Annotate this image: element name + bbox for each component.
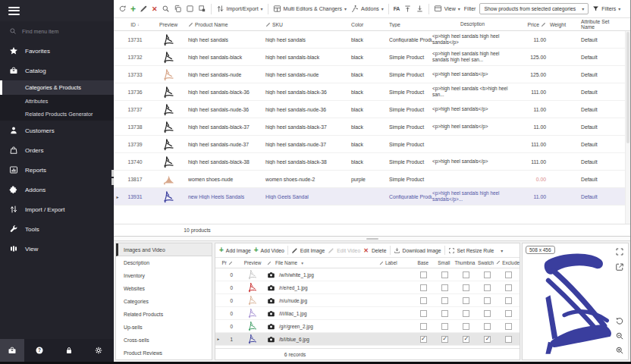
zoom-out-icon[interactable]: [615, 331, 624, 340]
small-checkbox[interactable]: [441, 336, 448, 343]
column-header-file-name[interactable]: File Name▾: [267, 260, 379, 265]
base-checkbox[interactable]: [420, 323, 427, 330]
thumbnail-checkbox[interactable]: [463, 323, 469, 330]
detail-tab-product-reviews[interactable]: Product Reviews: [116, 347, 212, 359]
column-header-type[interactable]: Type: [389, 22, 432, 27]
thumbnail-checkbox[interactable]: [463, 284, 469, 291]
exclude-checkbox[interactable]: [505, 271, 512, 278]
filters-dropdown[interactable]: Filters▾: [592, 5, 620, 12]
swatch-checkbox[interactable]: [484, 323, 491, 330]
column-header-price[interactable]: Price: [517, 22, 550, 27]
view-dropdown[interactable]: View▾: [434, 5, 460, 13]
sidebar-item-catalog[interactable]: Catalog: [0, 61, 114, 80]
sidebar-item-customers[interactable]: Customers: [0, 121, 114, 140]
sidebar-item-favorites[interactable]: Favorites: [0, 41, 114, 61]
small-checkbox[interactable]: [441, 310, 448, 317]
column-header-preview[interactable]: Preview: [149, 22, 188, 27]
column-header-swatch[interactable]: Swatch: [476, 260, 497, 265]
detail-tab-description[interactable]: Description: [116, 256, 212, 269]
column-header-id[interactable]: ID↓: [121, 22, 149, 27]
small-checkbox[interactable]: [441, 271, 448, 278]
horizontal-splitter[interactable]: [114, 237, 630, 241]
column-header-sku[interactable]: SKU: [265, 22, 351, 27]
thumbnail-checkbox[interactable]: [463, 336, 469, 343]
table-row[interactable]: 13738 high heel sandals-black-37 high he…: [114, 118, 630, 136]
table-row[interactable]: 13931 new High Heels Sandals High Geels …: [114, 188, 630, 206]
base-checkbox[interactable]: [420, 297, 427, 304]
small-checkbox[interactable]: [441, 297, 448, 304]
column-header-weight[interactable]: Weight: [550, 22, 578, 27]
swatch-checkbox[interactable]: [484, 297, 491, 304]
exclude-checkbox[interactable]: [505, 297, 512, 304]
column-header-attribute-set[interactable]: Attribute Set Name: [578, 19, 622, 30]
edit-video-button[interactable]: Edit Video: [328, 247, 360, 254]
edit-image-button[interactable]: Edit Image: [291, 247, 325, 254]
base-checkbox[interactable]: [420, 336, 427, 343]
column-header-small[interactable]: Small: [434, 260, 455, 265]
lock-icon[interactable]: [64, 346, 74, 355]
image-row[interactable]: 0 /l/i/lilac_1.jpg: [215, 307, 520, 320]
open-external-icon[interactable]: [615, 262, 624, 271]
sidebar-item-addons[interactable]: Addons: [0, 180, 114, 199]
panel-splitter-grip[interactable]: [111, 170, 115, 187]
help-icon[interactable]: [35, 346, 44, 355]
addons-dropdown[interactable]: Addons▾: [350, 5, 384, 13]
search-button[interactable]: [162, 5, 170, 13]
settings-gear-icon[interactable]: [94, 346, 103, 355]
products-scrollbar[interactable]: [625, 31, 630, 224]
exclude-checkbox[interactable]: [505, 310, 512, 317]
sidebar-search[interactable]: [0, 21, 114, 41]
detail-tab-images-and-video[interactable]: Images and Video: [116, 243, 212, 256]
import-export-dropdown[interactable]: Import/Export▾: [216, 5, 263, 13]
image-row[interactable]: 0 /n/u/nude.jpg: [215, 294, 520, 307]
set-resize-rule-button[interactable]: Set Resize Rule▾: [448, 247, 504, 254]
copy-button[interactable]: [174, 5, 182, 13]
exclude-checkbox[interactable]: [505, 284, 512, 291]
filter-mode-select[interactable]: Show products from selected categories▾: [479, 3, 589, 14]
sidebar-item-orders[interactable]: Orders: [0, 140, 114, 160]
column-header-description[interactable]: Description: [432, 21, 517, 27]
duplicate-button[interactable]: [198, 5, 206, 13]
add-video-button[interactable]: +Add Video: [254, 246, 284, 254]
detail-tab-inventory[interactable]: Inventory: [116, 269, 212, 282]
sidebar-item-reports[interactable]: Reports: [0, 160, 114, 180]
edit-product-button[interactable]: [140, 5, 148, 13]
exclude-checkbox[interactable]: [505, 336, 512, 343]
delete-product-button[interactable]: ✕: [152, 5, 158, 13]
rotate-image-icon[interactable]: [615, 317, 624, 326]
thumbnail-checkbox[interactable]: [463, 271, 469, 278]
collapse-rows-icon[interactable]: [416, 5, 424, 13]
image-row[interactable]: 0 /r/e/red_1.jpg: [215, 281, 520, 294]
image-row[interactable]: 1 /b/l/blue_6.jpg: [215, 333, 520, 346]
swatch-checkbox[interactable]: [484, 271, 491, 278]
zoom-in-icon[interactable]: [615, 346, 624, 355]
menu-search-input[interactable]: [22, 29, 98, 34]
image-row[interactable]: 0 /g/r/green_2.jpg: [215, 320, 520, 333]
detail-tab-related-products[interactable]: Related Products: [116, 308, 212, 321]
column-header-pr[interactable]: Pr: [221, 260, 238, 265]
column-header-thumbnail[interactable]: Thumbna: [454, 260, 476, 265]
expand-rows-icon[interactable]: [403, 5, 412, 13]
refresh-button[interactable]: [118, 5, 127, 13]
column-header-color[interactable]: Color: [351, 22, 389, 27]
hamburger-menu-icon[interactable]: [8, 5, 20, 17]
table-row[interactable]: 13732 high heel sandals-black high heel …: [114, 49, 630, 66]
sidebar-item-categories-products[interactable]: Categories & Products: [0, 80, 114, 95]
sidebar-item-related-products-generator[interactable]: Related Products Generator: [0, 108, 114, 121]
exclude-checkbox[interactable]: [505, 323, 512, 330]
detail-tab-websites[interactable]: Websites: [116, 282, 212, 295]
detail-tab-cross-sells[interactable]: Cross-sells: [116, 334, 212, 347]
delete-image-button[interactable]: Delete: [372, 248, 387, 253]
sidebar-item-import-export[interactable]: Import / Export: [0, 199, 114, 219]
thumbnail-checkbox[interactable]: [463, 297, 469, 304]
detail-tab-categories[interactable]: Categories: [116, 295, 212, 308]
table-row[interactable]: 13736 high heel sandals-black-36 high he…: [114, 83, 630, 101]
base-checkbox[interactable]: [420, 310, 427, 317]
translate-icon[interactable]: FA: [394, 6, 400, 11]
table-row[interactable]: 13733 high heel sandals-nude high heel s…: [114, 66, 630, 83]
fullscreen-icon[interactable]: [615, 247, 624, 256]
column-header-exclude[interactable]: Exclude: [496, 260, 520, 265]
swatch-checkbox[interactable]: [484, 336, 491, 343]
table-row[interactable]: 13731 high heel sandals high heel sandal…: [114, 31, 630, 49]
download-image-button[interactable]: Download Image: [394, 247, 441, 254]
